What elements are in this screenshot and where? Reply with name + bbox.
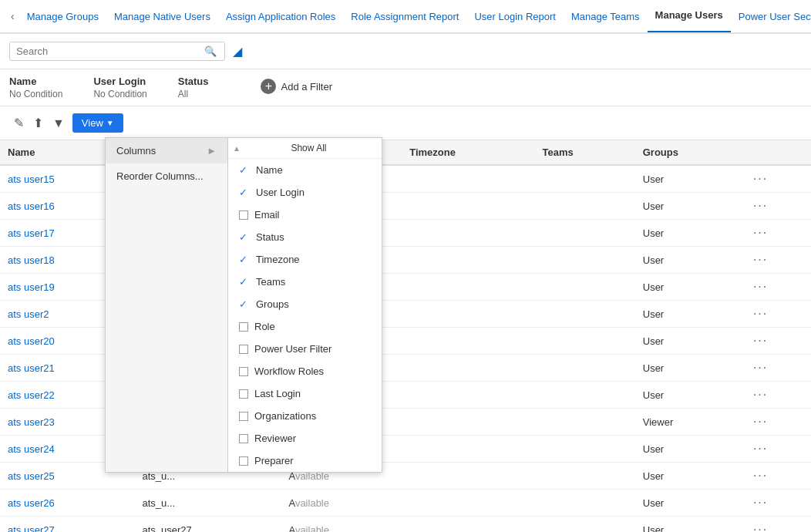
- user-actions-cell[interactable]: ···: [745, 193, 811, 220]
- column-option-power-user-filter[interactable]: Power User Filter: [228, 338, 382, 360]
- checkmark-icon: ✓: [239, 164, 250, 176]
- column-option-label: User Login: [256, 187, 305, 198]
- edit-button[interactable]: ✎: [9, 113, 29, 133]
- user-teams-cell: [535, 193, 635, 220]
- show-all-button[interactable]: Show All: [241, 143, 377, 153]
- user-groups-cell: User: [635, 355, 745, 382]
- user-name-link[interactable]: ats user23: [8, 416, 55, 428]
- user-actions-cell[interactable]: ···: [745, 328, 811, 355]
- submenu-arrow: ►: [207, 145, 217, 157]
- scroll-up-arrow[interactable]: ▲: [233, 144, 241, 153]
- row-more-button[interactable]: ···: [753, 388, 768, 402]
- row-more-button[interactable]: ···: [753, 361, 768, 375]
- more-options-button[interactable]: ▼: [48, 113, 69, 133]
- row-more-button[interactable]: ···: [753, 415, 768, 429]
- column-option-preparer[interactable]: Preparer: [228, 450, 382, 472]
- column-option-last-login[interactable]: Last Login: [228, 382, 382, 405]
- user-name-link[interactable]: ats user20: [8, 335, 55, 347]
- user-actions-cell[interactable]: ···: [745, 463, 811, 490]
- row-more-button[interactable]: ···: [753, 307, 768, 321]
- col-header-: [745, 140, 811, 165]
- toolbar: ✎ ⬆ ▼ View ▼ Columns ►Reorder Columns...…: [0, 106, 811, 140]
- dropdown-left-item-columns[interactable]: Columns ►: [106, 138, 227, 163]
- row-more-button[interactable]: ···: [753, 496, 768, 510]
- column-option-role[interactable]: Role: [228, 315, 382, 338]
- row-more-button[interactable]: ···: [753, 226, 768, 240]
- user-actions-cell[interactable]: ···: [745, 301, 811, 328]
- nav-prev-arrow[interactable]: ‹: [6, 10, 19, 22]
- user-timezone-cell: [402, 355, 534, 382]
- row-more-button[interactable]: ···: [753, 253, 768, 267]
- user-name-link[interactable]: ats user24: [8, 443, 55, 455]
- user-teams-cell: [535, 301, 635, 328]
- nav-item-assign-application-roles[interactable]: Assign Application Roles: [218, 0, 343, 33]
- row-more-button[interactable]: ···: [753, 523, 768, 532]
- column-option-timezone[interactable]: ✓ Timezone: [228, 248, 382, 271]
- column-option-organizations[interactable]: Organizations: [228, 405, 382, 427]
- column-option-status[interactable]: ✓ Status: [228, 226, 382, 248]
- user-actions-cell[interactable]: ···: [745, 274, 811, 301]
- user-teams-cell: [535, 328, 635, 355]
- row-more-button[interactable]: ···: [753, 469, 768, 483]
- user-teams-cell: [535, 409, 635, 436]
- user-name-link[interactable]: ats user17: [8, 227, 55, 239]
- user-actions-cell[interactable]: ···: [745, 409, 811, 436]
- user-actions-cell[interactable]: ···: [745, 517, 811, 533]
- user-actions-cell[interactable]: ···: [745, 490, 811, 517]
- row-more-button[interactable]: ···: [753, 334, 768, 348]
- user-actions-cell[interactable]: ···: [745, 220, 811, 247]
- user-name-cell[interactable]: ats user27: [0, 517, 134, 533]
- view-button[interactable]: View ▼: [72, 113, 123, 133]
- user-login-cell: ats_u...: [134, 490, 281, 517]
- user-actions-cell[interactable]: ···: [745, 165, 811, 193]
- nav-item-role-assignment-report[interactable]: Role Assignment Report: [343, 0, 466, 33]
- user-name-link[interactable]: ats user18: [8, 254, 55, 266]
- user-name-link[interactable]: ats user21: [8, 362, 55, 374]
- column-option-groups[interactable]: ✓ Groups: [228, 293, 382, 315]
- search-icon[interactable]: 🔍: [204, 45, 217, 57]
- user-actions-cell[interactable]: ···: [745, 436, 811, 463]
- nav-item-power-user-security[interactable]: Power User Security: [731, 0, 811, 33]
- upload-button[interactable]: ⬆: [29, 113, 48, 133]
- column-option-workflow-roles[interactable]: Workflow Roles: [228, 360, 382, 382]
- row-more-button[interactable]: ···: [753, 199, 768, 213]
- user-groups-cell: User: [635, 220, 745, 247]
- user-name-link[interactable]: ats user19: [8, 281, 55, 293]
- row-more-button[interactable]: ···: [753, 442, 768, 456]
- filter-col-header: Status: [178, 76, 209, 87]
- nav-item-manage-groups[interactable]: Manage Groups: [19, 0, 106, 33]
- user-teams-cell: [535, 463, 635, 490]
- filter-icon[interactable]: ◢: [233, 44, 242, 59]
- row-more-button[interactable]: ···: [753, 280, 768, 294]
- search-input[interactable]: [16, 45, 201, 57]
- user-name-link[interactable]: ats user2: [8, 308, 49, 320]
- column-option-email[interactable]: Email: [228, 204, 382, 226]
- user-timezone-cell: [402, 463, 534, 490]
- user-name-link[interactable]: ats user22: [8, 389, 55, 401]
- dropdown-left-item-reorder-columns[interactable]: Reorder Columns...: [106, 163, 227, 189]
- user-name-link[interactable]: ats user26: [8, 497, 55, 509]
- column-option-reviewer[interactable]: Reviewer: [228, 427, 382, 450]
- user-groups-cell: User: [635, 165, 745, 193]
- user-name-cell[interactable]: ats user26: [0, 490, 134, 517]
- user-name-link[interactable]: ats user27: [8, 524, 55, 533]
- user-name-link[interactable]: ats user15: [8, 173, 55, 185]
- user-name-link[interactable]: ats user25: [8, 470, 55, 482]
- column-option-user-login[interactable]: ✓ User Login: [228, 181, 382, 204]
- column-option-label: Role: [254, 321, 275, 332]
- nav-item-user-login-report[interactable]: User Login Report: [466, 0, 564, 33]
- column-option-name[interactable]: ✓ Name: [228, 159, 382, 181]
- add-filter-button[interactable]: + Add a Filter: [254, 76, 338, 97]
- user-timezone-cell: [402, 490, 534, 517]
- filter-col-sub: No Condition: [93, 89, 146, 99]
- user-actions-cell[interactable]: ···: [745, 247, 811, 274]
- user-name-link[interactable]: ats user16: [8, 200, 55, 212]
- nav-item-manage-users[interactable]: Manage Users: [648, 0, 731, 33]
- column-option-label: Reviewer: [254, 433, 296, 444]
- user-actions-cell[interactable]: ···: [745, 382, 811, 409]
- nav-item-manage-native-users[interactable]: Manage Native Users: [106, 0, 218, 33]
- user-actions-cell[interactable]: ···: [745, 355, 811, 382]
- nav-item-manage-teams[interactable]: Manage Teams: [564, 0, 648, 33]
- row-more-button[interactable]: ···: [753, 172, 768, 186]
- column-option-teams[interactable]: ✓ Teams: [228, 271, 382, 293]
